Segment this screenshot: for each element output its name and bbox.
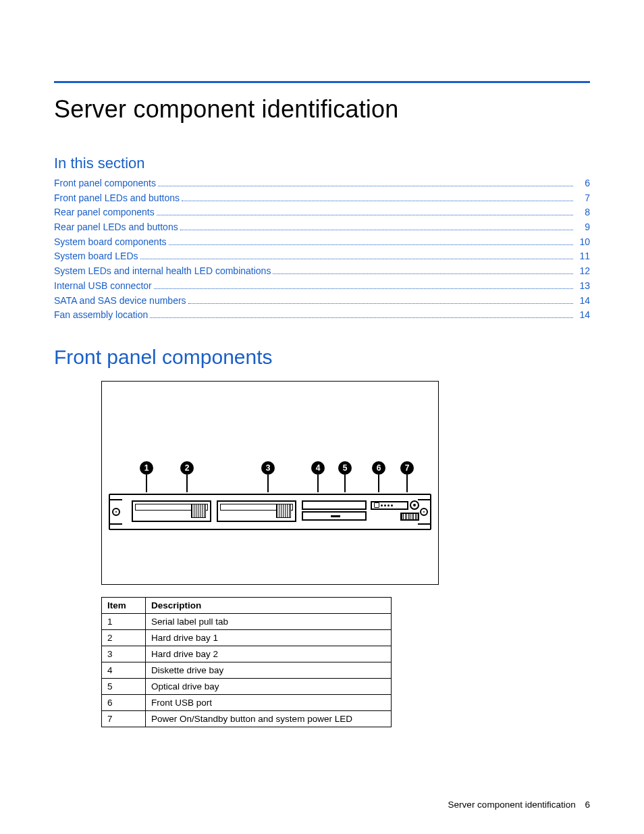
table-header-desc: Description — [146, 597, 392, 613]
hard-drive-bay-1 — [132, 500, 211, 522]
front-panel-diagram: 1 2 3 4 5 6 7 — [101, 381, 439, 585]
toc-row[interactable]: Fan assembly location 14 — [54, 308, 590, 323]
toc-row[interactable]: Front panel LEDs and buttons 7 — [54, 191, 590, 206]
callout-bubble: 3 — [261, 461, 275, 475]
toc-page: 6 — [575, 176, 590, 191]
toc-row[interactable]: System board components 10 — [54, 235, 590, 250]
front-led-strip — [371, 501, 408, 510]
table-header-item: Item — [102, 597, 146, 613]
toc-row[interactable]: Rear panel components 8 — [54, 205, 590, 220]
callout-bubble: 2 — [180, 461, 194, 475]
callout-bubble: 5 — [338, 461, 352, 475]
callout-6: 6 — [372, 461, 385, 492]
callout-3: 3 — [261, 461, 275, 492]
toc-leader — [150, 317, 573, 318]
desc-cell: Serial label pull tab — [146, 613, 392, 629]
page-title: Server component identification — [54, 95, 590, 124]
toc-page: 12 — [575, 264, 590, 279]
table-row: 5Optical drive bay — [102, 678, 392, 694]
desc-cell: Hard drive bay 1 — [146, 629, 392, 646]
footer-text: Server component identification — [448, 800, 576, 810]
table-row: 2Hard drive bay 1 — [102, 629, 392, 646]
toc-page: 14 — [575, 308, 590, 323]
table-row: 4Diskette drive bay — [102, 662, 392, 678]
toc-row[interactable]: System LEDs and internal health LED comb… — [54, 264, 590, 279]
toc-title: System LEDs and internal health LED comb… — [54, 264, 271, 279]
toc-leader — [158, 186, 573, 186]
table-row: 7Power On/Standby button and system powe… — [102, 710, 392, 727]
toc-row[interactable]: Internal USB connector 13 — [54, 279, 590, 294]
toc-page: 11 — [575, 249, 590, 264]
table-row: 1Serial label pull tab — [102, 613, 392, 629]
toc-page: 10 — [575, 235, 590, 250]
toc-title: Internal USB connector — [54, 279, 152, 294]
table-row: 6Front USB port — [102, 694, 392, 710]
toc-title: Fan assembly location — [54, 308, 148, 323]
toc-page: 13 — [575, 279, 590, 294]
vent-grid — [400, 513, 419, 521]
toc-leader — [157, 215, 573, 215]
toc-page: 14 — [575, 294, 590, 309]
toc-leader — [169, 244, 573, 245]
callout-4: 4 — [311, 461, 325, 492]
toc-leader — [273, 273, 573, 274]
rack-ear-left — [109, 499, 122, 525]
toc-leader — [154, 288, 573, 289]
toc-title: Rear panel LEDs and buttons — [54, 220, 178, 235]
callout-1: 1 — [140, 461, 153, 492]
toc-page: 9 — [575, 220, 590, 235]
toc-leader — [180, 230, 573, 230]
toc-title: SATA and SAS device numbers — [54, 294, 186, 309]
toc-title: Front panel components — [54, 176, 156, 191]
in-this-section-heading: In this section — [54, 155, 590, 172]
item-cell: 3 — [102, 646, 146, 662]
callout-2: 2 — [180, 461, 194, 492]
toc-title: Front panel LEDs and buttons — [54, 191, 180, 206]
desc-cell: Diskette drive bay — [146, 662, 392, 678]
toc-row[interactable]: System board LEDs 11 — [54, 249, 590, 264]
footer-page-number: 6 — [585, 800, 590, 810]
desc-cell: Power On/Standby button and system power… — [146, 710, 392, 727]
front-panel-components-heading: Front panel components — [54, 346, 590, 369]
callout-bubble: 1 — [140, 461, 153, 475]
toc-row[interactable]: Front panel components 6 — [54, 176, 590, 191]
toc-row[interactable]: Rear panel LEDs and buttons 9 — [54, 220, 590, 235]
item-cell: 4 — [102, 662, 146, 678]
item-cell: 7 — [102, 710, 146, 727]
callout-bubble: 7 — [400, 461, 414, 475]
table-row: 3Hard drive bay 2 — [102, 646, 392, 662]
toc-title: Rear panel components — [54, 205, 155, 220]
diskette-drive-bay — [302, 511, 367, 521]
toc-title: System board components — [54, 235, 167, 250]
item-cell: 5 — [102, 678, 146, 694]
server-chassis — [109, 494, 431, 530]
front-usb-port-icon — [374, 502, 379, 508]
page-footer: Server component identification 6 — [448, 800, 590, 810]
hard-drive-bay-2 — [217, 500, 296, 522]
component-table: Item Description 1Serial label pull tab … — [101, 597, 392, 727]
toc-leader — [182, 201, 573, 201]
desc-cell: Optical drive bay — [146, 678, 392, 694]
toc-page: 7 — [575, 191, 590, 206]
item-cell: 2 — [102, 629, 146, 646]
rack-ear-right — [418, 499, 431, 525]
table-of-contents: Front panel components 6 Front panel LED… — [54, 176, 590, 323]
toc-leader — [140, 259, 574, 259]
item-cell: 1 — [102, 613, 146, 629]
toc-page: 8 — [575, 205, 590, 220]
toc-title: System board LEDs — [54, 249, 138, 264]
callout-bubble: 4 — [311, 461, 325, 475]
callout-7: 7 — [400, 461, 414, 492]
optical-drive-bay — [302, 500, 367, 510]
top-rule — [54, 81, 590, 83]
toc-row[interactable]: SATA and SAS device numbers 14 — [54, 294, 590, 309]
power-button-icon — [410, 500, 419, 510]
desc-cell: Front USB port — [146, 694, 392, 710]
desc-cell: Hard drive bay 2 — [146, 646, 392, 662]
callout-5: 5 — [338, 461, 352, 492]
item-cell: 6 — [102, 694, 146, 710]
toc-leader — [188, 303, 573, 304]
callout-bubble: 6 — [372, 461, 385, 475]
